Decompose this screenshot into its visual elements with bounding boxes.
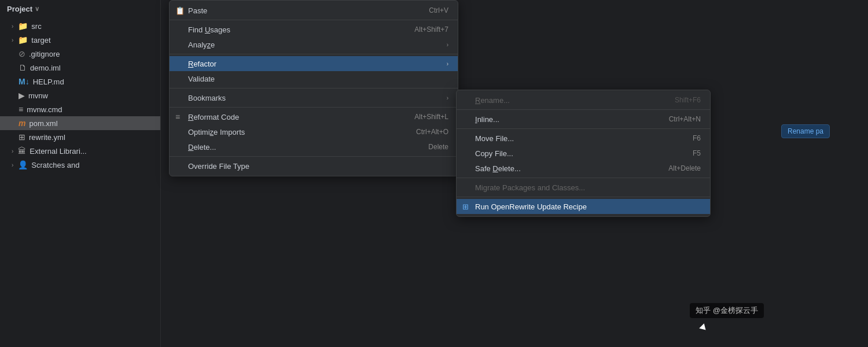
gitignore-icon: ⊘ [19,49,25,58]
sidebar-item-label: mvnw.cmd [27,105,62,114]
scratches-icon: 👤 [18,160,28,169]
reformat-icon: ≡ [175,112,180,121]
menu-item-shortcut: Shift+F6 [675,96,701,104]
menu-item-label: Override File Type [188,162,249,171]
sidebar-item-help-md[interactable]: M↓ HELP.md [0,75,160,88]
sidebar-item-label: Scratches and [31,161,79,169]
menu-separator [170,156,458,157]
sidebar-item-external-libraries[interactable]: › 🏛 External Librari... [0,144,160,158]
menu-item-find-usages[interactable]: Find Usages Alt+Shift+7 [170,22,458,37]
cmd-icon: ≡ [19,105,23,114]
menu-separator [170,107,458,108]
menu-item-label: Analyze [188,40,215,49]
menu-separator [457,109,710,110]
menu-item-migrate-packages[interactable]: Migrate Packages and Classes... [457,180,710,195]
menu-separator [170,88,458,88]
library-icon: 🏛 [18,146,26,156]
sidebar-item-src[interactable]: › 📁 src [0,19,160,33]
folder-icon: 📁 [18,21,28,31]
sidebar-item-label: src [31,22,41,31]
menu-item-optimize-imports[interactable]: Optimize Imports Ctrl+Alt+O [170,124,458,139]
menu-item-shortcut: Delete [428,143,448,151]
menu-item-reformat-code[interactable]: ≡ Reformat Code Alt+Shift+L [170,109,458,124]
menu-item-label: Run OpenRewrite Update Recipe [475,202,587,211]
menu-item-safe-delete[interactable]: Safe Delete... Alt+Delete [457,161,710,176]
sidebar-item-target[interactable]: › 📁 target [0,33,160,47]
arrow-icon: › [447,61,448,67]
menu-separator [170,54,458,54]
menu-item-copy-file[interactable]: Copy File... F5 [457,146,710,161]
menu-item-shortcut: F6 [693,134,701,142]
chevron-icon: › [12,148,13,154]
menu-separator [457,128,710,129]
menu-separator [457,178,710,178]
menu-item-shortcut: Ctrl+Alt+N [669,115,701,123]
rename-tooltip: Rename pa [781,124,830,138]
menu-item-shortcut: Alt+Shift+7 [414,25,448,34]
watermark-text: 知乎 @金榜探云手 [696,306,758,315]
sidebar-item-pom-xml[interactable]: m pom.xml [0,116,160,130]
tooltip-text: Rename pa [788,127,823,135]
chevron-icon: › [12,162,13,168]
sidebar-item-mvnw[interactable]: ▶ mvnw [0,88,160,102]
menu-item-bookmarks[interactable]: Bookmarks › [170,90,458,105]
menu-item-label: Reformat Code [188,113,239,121]
menu-item-label: Paste [188,6,207,15]
menu-item-shortcut: F5 [693,149,701,157]
terminal-icon: ▶ [19,91,25,100]
sidebar-item-mvnw-cmd[interactable]: ≡ mvnw.cmd [0,102,160,116]
menu-item-analyze[interactable]: Analyze › [170,37,458,52]
menu-item-shortcut: Alt+Delete [668,164,701,172]
watermark: 知乎 @金榜探云手 [690,303,764,318]
file-icon: 🗋 [19,63,27,72]
sidebar-item-label: mvnw [28,91,48,100]
arrow-icon: › [447,42,448,48]
context-menu-main: 📋 Paste Ctrl+V Find Usages Alt+Shift+7 A… [169,0,458,176]
menu-separator [170,20,458,20]
menu-item-rename[interactable]: Rename... Shift+F6 [457,93,710,108]
sidebar-item-label: target [31,36,50,45]
menu-item-label: Inline... [475,115,499,124]
menu-item-shortcut: Ctrl+Alt+O [416,128,448,136]
menu-item-label: Find Usages [188,25,230,34]
sidebar: Project ∨ › 📁 src › 📁 target ⊘ .gitignor… [0,0,161,347]
md-icon: M↓ [19,77,30,86]
menu-item-shortcut: Ctrl+V [429,6,448,14]
menu-item-label: Delete... [188,143,216,152]
sidebar-item-demo-iml[interactable]: 🗋 demo.iml [0,61,160,75]
menu-item-paste[interactable]: 📋 Paste Ctrl+V [170,3,458,18]
menu-item-label: Copy File... [475,149,513,158]
arrow-icon: › [447,95,448,101]
menu-item-label: Refactor [188,60,216,68]
project-title: Project [7,5,32,13]
menu-item-shortcut: Alt+Shift+L [414,113,448,121]
menu-item-label: Rename... [475,96,510,105]
menu-item-label: Optimize Imports [188,128,245,136]
yml-icon: ⊞ [19,132,25,142]
project-chevron: ∨ [35,5,39,13]
sidebar-item-gitignore[interactable]: ⊘ .gitignore [0,47,160,61]
menu-item-label: Validate [188,75,215,83]
sidebar-item-label: rewrite.yml [29,133,65,142]
sidebar-item-scratches[interactable]: › 👤 Scratches and [0,158,160,172]
sidebar-item-label: demo.iml [30,64,61,72]
sidebar-items: › 📁 src › 📁 target ⊘ .gitignore 🗋 demo.i… [0,18,160,173]
menu-item-label: Bookmarks [188,94,226,102]
menu-item-refactor[interactable]: Refactor › [170,56,458,71]
pom-icon: m [19,119,25,128]
menu-item-label: Migrate Packages and Classes... [475,183,585,192]
paste-icon: 📋 [175,6,185,15]
menu-item-override-file-type[interactable]: Override File Type [170,158,458,174]
sidebar-item-label: HELP.md [33,77,64,86]
run-openrewrite-icon: ⊞ [462,202,469,211]
menu-item-move-file[interactable]: Move File... F6 [457,131,710,146]
menu-item-inline[interactable]: Inline... Ctrl+Alt+N [457,112,710,127]
menu-item-validate[interactable]: Validate [170,71,458,86]
sidebar-item-rewrite-yml[interactable]: ⊞ rewrite.yml [0,130,160,144]
chevron-icon: › [12,23,13,29]
menu-item-delete[interactable]: Delete... Delete [170,139,458,154]
sidebar-header: Project ∨ [0,0,160,18]
sidebar-item-label: .gitignore [29,50,60,58]
menu-item-run-openrewrite[interactable]: ⊞ Run OpenRewrite Update Recipe [457,199,710,214]
context-menu-refactor: Rename... Shift+F6 Inline... Ctrl+Alt+N … [456,90,711,217]
